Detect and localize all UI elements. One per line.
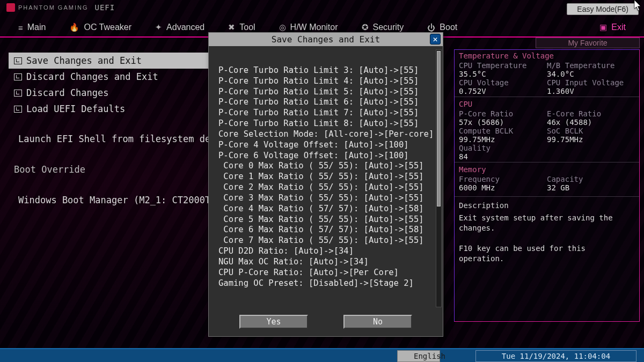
mb-temp-value: 34.0°C — [547, 70, 635, 78]
tools-icon: ✖ — [228, 23, 235, 32]
star-icon: ✦ — [155, 23, 162, 32]
info-panel: Temperature & Voltage CPU Temperature35.… — [454, 49, 640, 322]
easy-mode-button[interactable]: Easy Mode(F6) — [567, 3, 639, 15]
dialog-body: P-Core Turbo Ratio Limit 3: [Auto]->[55]… — [209, 46, 443, 311]
boot-entry-windows[interactable]: Windows Boot Manager (M2_1: CT2000T700S — [9, 192, 213, 208]
power-icon: ⏻ — [427, 23, 435, 32]
changes-list: P-Core Turbo Ratio Limit 3: [Auto]->[55]… — [218, 65, 441, 289]
description-line: changes. — [459, 223, 635, 233]
mem-freq-value: 6000 MHz — [459, 183, 547, 192]
pcore-value: 57x (5686) — [459, 118, 547, 127]
cpu-voltage-value: 0.752V — [459, 87, 547, 95]
brand-logo: PHANTOM GAMING UEFI — [6, 3, 115, 12]
menu-item-label: Discard Changes and Exit — [26, 71, 158, 82]
tab-label: Security — [373, 23, 404, 32]
save-icon — [14, 106, 22, 113]
my-favorite-button[interactable]: My Favorite — [536, 38, 640, 48]
language-selector[interactable]: English — [397, 350, 440, 362]
description-line: F10 key can be used for this operation. — [459, 243, 635, 264]
cpu-input-voltage-value: 1.360V — [547, 87, 635, 95]
cpu-input-voltage-label: CPU Input Voltage — [547, 78, 635, 87]
description-heading: Description — [455, 198, 639, 210]
tab-label: OC Tweaker — [84, 23, 131, 32]
status-bar: English Tue 11/19/2024, 11:04:04 — [0, 348, 644, 362]
tab-exit[interactable]: ▣Exit — [588, 20, 638, 36]
mem-freq-label: Frequency — [459, 175, 547, 183]
yes-button[interactable]: Yes — [239, 315, 308, 329]
tab-oc-tweaker[interactable]: 🔥OC Tweaker — [57, 20, 143, 36]
clock: Tue 11/19/2024, 11:04:04 — [475, 350, 636, 362]
menu-load-defaults[interactable]: Load UEFI Defaults — [9, 101, 213, 117]
menu-item-label: Discard Changes — [26, 87, 109, 98]
cpu-temp-value: 35.5°C — [459, 70, 547, 78]
phantom-icon — [6, 3, 15, 12]
no-button[interactable]: No — [343, 315, 412, 329]
tab-label: Main — [27, 23, 46, 32]
menu-save-exit[interactable]: Save Changes and Exit — [9, 53, 213, 69]
mb-temp-label: M/B Temperature — [547, 61, 635, 70]
quality-value: 84 — [459, 152, 547, 161]
soc-bclk-label: SoC BCLK — [547, 127, 635, 135]
scrollbar-thumb[interactable] — [437, 51, 441, 206]
description-line: Exit system setup after saving the — [459, 213, 635, 223]
tab-advanced[interactable]: ✦Advanced — [143, 20, 216, 36]
exit-icon: ▣ — [599, 23, 607, 32]
compute-bclk-label: Compute BCLK — [459, 127, 547, 135]
ecore-value: 46x (4588) — [547, 118, 635, 127]
compute-bclk-value: 99.75MHz — [459, 135, 547, 144]
shield-icon: ✪ — [362, 23, 369, 32]
boot-override-heading: Boot Override — [9, 161, 213, 178]
dialog-title: Save Changes and Exit — [272, 34, 380, 45]
tab-label: H/W Monitor — [290, 23, 338, 32]
tab-label: Tool — [239, 23, 255, 32]
menu-discard-exit[interactable]: Discard Changes and Exit — [9, 69, 213, 85]
scrollbar[interactable] — [436, 49, 442, 307]
section-memory: Memory — [455, 164, 639, 175]
mem-cap-label: Capacity — [547, 175, 635, 183]
soc-bclk-value: 99.75MHz — [547, 135, 635, 144]
tab-label: Exit — [611, 23, 626, 32]
description-body: Exit system setup after saving the chang… — [455, 210, 639, 267]
menu-icon: ≡ — [18, 23, 23, 32]
section-temp-voltage: Temperature & Voltage — [455, 50, 639, 61]
menu-item-label: Save Changes and Exit — [26, 55, 142, 66]
exit-menu: Save Changes and Exit Discard Changes an… — [9, 53, 213, 208]
mem-cap-value: 32 GB — [547, 183, 635, 192]
save-icon — [14, 73, 22, 80]
mouse-cursor-icon — [634, 0, 642, 11]
dialog-titlebar: Save Changes and Exit ✕ — [209, 33, 443, 46]
gauge-icon: ◎ — [279, 23, 286, 32]
tab-main[interactable]: ≡Main — [6, 20, 57, 36]
tab-label: Boot — [440, 23, 457, 32]
cpu-voltage-label: CPU Voltage — [459, 78, 547, 87]
section-cpu: CPU — [455, 98, 639, 109]
pcore-label: P-Core Ratio — [459, 109, 547, 118]
quality-label: Quality — [459, 144, 547, 152]
uefi-text: UEFI — [94, 3, 115, 12]
menu-discard[interactable]: Discard Changes — [9, 85, 213, 101]
menu-item-label: Load UEFI Defaults — [26, 104, 125, 114]
save-changes-dialog: Save Changes and Exit ✕ P-Core Turbo Rat… — [208, 32, 443, 337]
cpu-temp-label: CPU Temperature — [459, 61, 547, 70]
menu-launch-shell[interactable]: Launch EFI Shell from filesystem device — [9, 131, 213, 147]
menu-item-label: Windows Boot Manager (M2_1: CT2000T700S — [18, 195, 232, 205]
save-icon — [14, 90, 22, 97]
flame-icon: 🔥 — [69, 23, 79, 32]
ecore-label: E-Core Ratio — [547, 109, 635, 118]
menu-item-label: Launch EFI Shell from filesystem device — [18, 134, 232, 144]
save-icon — [14, 57, 22, 64]
close-icon[interactable]: ✕ — [430, 34, 441, 45]
tab-label: Advanced — [166, 23, 204, 32]
brand-text: PHANTOM GAMING — [18, 4, 88, 11]
